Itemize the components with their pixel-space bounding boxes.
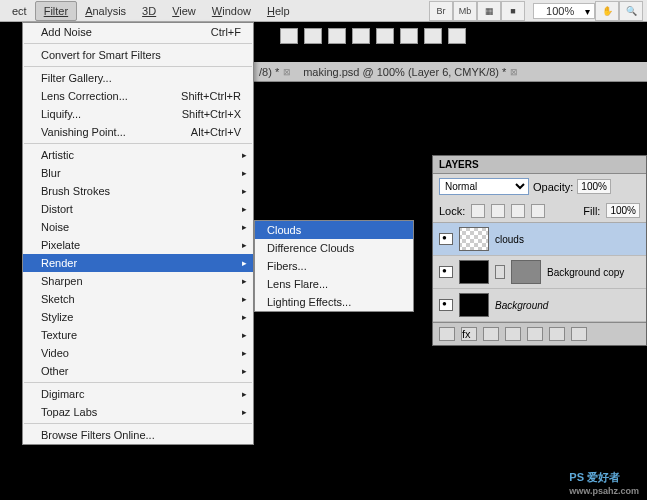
watermark: PS 爱好者 www.psahz.com bbox=[569, 465, 639, 496]
visibility-eye-icon[interactable] bbox=[439, 266, 453, 278]
menu-item-distort[interactable]: Distort bbox=[23, 200, 253, 218]
menu-item-sketch[interactable]: Sketch bbox=[23, 290, 253, 308]
opacity-label: Opacity: bbox=[533, 181, 573, 193]
close-icon[interactable]: ⊠ bbox=[510, 67, 518, 77]
opt-icon-5[interactable] bbox=[376, 28, 394, 44]
menu-item-filter-gallery-[interactable]: Filter Gallery... bbox=[23, 69, 253, 87]
menu-view[interactable]: View bbox=[164, 2, 204, 20]
opt-icon-8[interactable] bbox=[448, 28, 466, 44]
menu-item-add-noise[interactable]: Add NoiseCtrl+F bbox=[23, 23, 253, 41]
layer-name[interactable]: Background bbox=[495, 300, 548, 311]
menu-3d[interactable]: 3D bbox=[134, 2, 164, 20]
menu-item-noise[interactable]: Noise bbox=[23, 218, 253, 236]
link-layers-icon[interactable] bbox=[439, 327, 455, 341]
menu-item-texture[interactable]: Texture bbox=[23, 326, 253, 344]
menu-ect[interactable]: ect bbox=[4, 2, 35, 20]
menu-item-digimarc[interactable]: Digimarc bbox=[23, 385, 253, 403]
document-tabs: /8) *⊠ making.psd @ 100% (Layer 6, CMYK/… bbox=[253, 62, 647, 82]
lock-all-icon[interactable] bbox=[531, 204, 545, 218]
layer-thumbnail[interactable] bbox=[459, 260, 489, 284]
submenu-item-lens-flare-[interactable]: Lens Flare... bbox=[255, 275, 413, 293]
options-toolbar bbox=[280, 22, 466, 50]
layers-header[interactable]: LAYERS bbox=[433, 156, 646, 174]
menu-item-render[interactable]: Render bbox=[23, 254, 253, 272]
menu-item-vanishing-point-[interactable]: Vanishing Point...Alt+Ctrl+V bbox=[23, 123, 253, 141]
link-icon[interactable] bbox=[495, 265, 505, 279]
layer-thumbnail[interactable] bbox=[459, 293, 489, 317]
menu-item-topaz-labs[interactable]: Topaz Labs bbox=[23, 403, 253, 421]
layer-thumbnail[interactable] bbox=[459, 227, 489, 251]
layer-row[interactable]: Background bbox=[433, 289, 646, 322]
opt-icon-4[interactable] bbox=[352, 28, 370, 44]
menu-item-liquify-[interactable]: Liquify...Shift+Ctrl+X bbox=[23, 105, 253, 123]
fill-label: Fill: bbox=[583, 205, 600, 217]
layer-row[interactable]: Background copy bbox=[433, 256, 646, 289]
grid-icon[interactable]: ▦ bbox=[477, 1, 501, 21]
menu-item-artistic[interactable]: Artistic bbox=[23, 146, 253, 164]
mb-icon[interactable]: Mb bbox=[453, 1, 477, 21]
layer-name[interactable]: Background copy bbox=[547, 267, 624, 278]
visibility-eye-icon[interactable] bbox=[439, 299, 453, 311]
hand-icon[interactable]: ✋ bbox=[595, 1, 619, 21]
lock-transparency-icon[interactable] bbox=[471, 204, 485, 218]
group-icon[interactable] bbox=[527, 327, 543, 341]
zoom-icon[interactable]: 🔍 bbox=[619, 1, 643, 21]
render-submenu: CloudsDifference CloudsFibers...Lens Fla… bbox=[254, 220, 414, 312]
submenu-item-fibers-[interactable]: Fibers... bbox=[255, 257, 413, 275]
menu-item-sharpen[interactable]: Sharpen bbox=[23, 272, 253, 290]
menu-item-stylize[interactable]: Stylize bbox=[23, 308, 253, 326]
fill-icon[interactable]: ■ bbox=[501, 1, 525, 21]
menu-item-other[interactable]: Other bbox=[23, 362, 253, 380]
menu-item-convert-for-smart-filters[interactable]: Convert for Smart Filters bbox=[23, 46, 253, 64]
layers-panel: LAYERS Normal Opacity: 100% Lock: Fill: … bbox=[432, 155, 647, 346]
menu-item-lens-correction-[interactable]: Lens Correction...Shift+Ctrl+R bbox=[23, 87, 253, 105]
menu-filter[interactable]: Filter bbox=[35, 1, 77, 21]
tab-1[interactable]: /8) *⊠ bbox=[253, 63, 297, 81]
delete-icon[interactable] bbox=[571, 327, 587, 341]
adjustment-icon[interactable] bbox=[505, 327, 521, 341]
opt-icon-1[interactable] bbox=[280, 28, 298, 44]
menu-analysis[interactable]: Analysis bbox=[77, 2, 134, 20]
fill-value[interactable]: 100% bbox=[606, 203, 640, 218]
submenu-item-clouds[interactable]: Clouds bbox=[255, 221, 413, 239]
mask-icon[interactable] bbox=[483, 327, 499, 341]
menu-item-browse-filters-online-[interactable]: Browse Filters Online... bbox=[23, 426, 253, 444]
menu-item-pixelate[interactable]: Pixelate bbox=[23, 236, 253, 254]
lock-paint-icon[interactable] bbox=[491, 204, 505, 218]
opt-icon-7[interactable] bbox=[424, 28, 442, 44]
opt-icon-6[interactable] bbox=[400, 28, 418, 44]
opacity-value[interactable]: 100% bbox=[577, 179, 611, 194]
blend-mode-select[interactable]: Normal bbox=[439, 178, 529, 195]
new-layer-icon[interactable] bbox=[549, 327, 565, 341]
bridge-icon[interactable]: Br bbox=[429, 1, 453, 21]
menu-window[interactable]: Window bbox=[204, 2, 259, 20]
visibility-eye-icon[interactable] bbox=[439, 233, 453, 245]
tab-2[interactable]: making.psd @ 100% (Layer 6, CMYK/8) *⊠ bbox=[297, 63, 524, 81]
opt-icon-2[interactable] bbox=[304, 28, 322, 44]
close-icon[interactable]: ⊠ bbox=[283, 67, 291, 77]
lock-position-icon[interactable] bbox=[511, 204, 525, 218]
submenu-item-difference-clouds[interactable]: Difference Clouds bbox=[255, 239, 413, 257]
layer-name[interactable]: clouds bbox=[495, 234, 524, 245]
zoom-field[interactable]: 100% ▾ bbox=[533, 3, 595, 19]
menu-item-blur[interactable]: Blur bbox=[23, 164, 253, 182]
menu-help[interactable]: Help bbox=[259, 2, 298, 20]
menu-item-video[interactable]: Video bbox=[23, 344, 253, 362]
layer-row[interactable]: clouds bbox=[433, 223, 646, 256]
filter-menu: Add NoiseCtrl+FConvert for Smart Filters… bbox=[22, 22, 254, 445]
menubar: ect Filter Analysis 3D View Window Help … bbox=[0, 0, 647, 22]
fx-icon[interactable]: fx bbox=[461, 327, 477, 341]
lock-label: Lock: bbox=[439, 205, 465, 217]
menu-item-brush-strokes[interactable]: Brush Strokes bbox=[23, 182, 253, 200]
submenu-item-lighting-effects-[interactable]: Lighting Effects... bbox=[255, 293, 413, 311]
mask-thumbnail[interactable] bbox=[511, 260, 541, 284]
layers-footer: fx bbox=[433, 322, 646, 345]
opt-icon-3[interactable] bbox=[328, 28, 346, 44]
